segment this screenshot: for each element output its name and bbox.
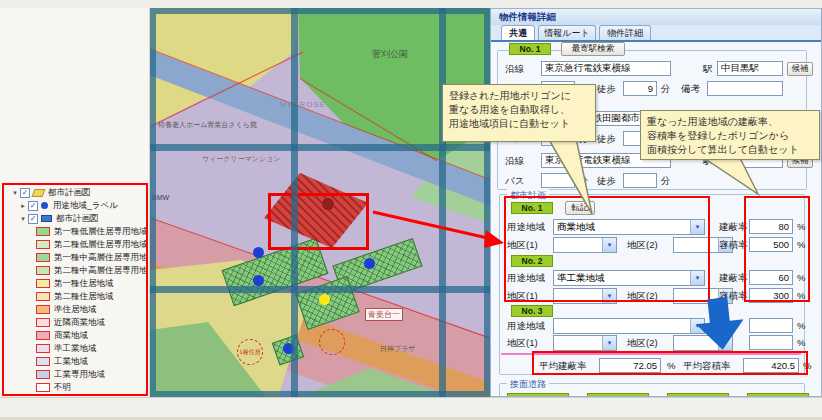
chevron-down-icon: ▼ [602, 289, 616, 303]
legend-item[interactable]: 商業地域 [2, 329, 148, 342]
station-input[interactable] [717, 61, 783, 76]
mesh-grid-line [150, 144, 490, 151]
legend-swatch [36, 279, 50, 288]
label-marker-blue[interactable] [253, 247, 264, 258]
expander-icon[interactable]: ▸ [18, 202, 28, 210]
legend-item[interactable]: 第二種中高層住居専用地域 [2, 264, 148, 277]
tab-common[interactable]: 共通 [501, 25, 535, 41]
avg-yoseki-input[interactable] [743, 358, 799, 373]
chevron-down-icon: ▼ [690, 220, 704, 234]
legend-item[interactable]: 近隣商業地域 [2, 316, 148, 329]
chiku1-select[interactable]: ▼ [553, 288, 617, 304]
legend-item-label: 商業地域 [54, 330, 88, 342]
callout-auto-youto: 登録された用地ポリゴンに 重なる用途を自動取得し、 用途地域項目に自動セット [442, 84, 596, 142]
walk-input[interactable] [623, 81, 657, 96]
youto-select[interactable]: ▼ [553, 318, 705, 334]
chiku2-label: 地区(2) [627, 239, 658, 252]
property-detail-panel: 物件情報詳細 共通 情報ルート 物件詳細 No. 1 最寄駅検索 沿線 駅 候補… [490, 8, 822, 397]
cityplan-no-chip: No. 3 [511, 305, 553, 317]
legend-item-label: 第二種住居地域 [54, 291, 114, 303]
youto-label: 用途地域 [507, 221, 545, 234]
expander-icon[interactable]: ▾ [10, 189, 20, 197]
kenpei-input[interactable] [749, 270, 793, 285]
youto-select[interactable]: 商業地域▼ [553, 219, 705, 235]
tree-label-layer-label[interactable]: 用途地域_ラベル [53, 200, 118, 212]
legend-swatch [36, 331, 50, 340]
youto-select[interactable]: 準工業地域▼ [553, 270, 705, 286]
remark-input[interactable] [707, 81, 783, 96]
legend-item[interactable]: 第一種中高層住居専用地域 [2, 251, 148, 264]
mesh-grid-line [439, 8, 446, 397]
layer-tree: ▾ ✓ 都市計画図 ▸ ✓ 用途地域_ラベル ▾ ✓ 都市計画図 第一種低層住居… [2, 186, 148, 394]
checkbox-root[interactable]: ✓ [20, 188, 30, 198]
legend-item[interactable]: 工業地域 [2, 355, 148, 368]
min-label: 分 [661, 175, 671, 188]
min-label: 分 [661, 83, 671, 96]
legend-item[interactable]: 準住居地域 [2, 303, 148, 316]
legend-item-label: 第一種住居地域 [54, 278, 114, 290]
kenpei-input[interactable] [749, 318, 793, 333]
candidate-button[interactable]: 候補 [787, 62, 813, 76]
legend-item[interactable]: 工業専用地域 [2, 368, 148, 381]
legend-item-label: 準工業地域 [54, 343, 97, 355]
yoseki-input[interactable] [749, 335, 793, 350]
tree-node-subroot[interactable]: ▾ ✓ 都市計画図 [2, 212, 148, 225]
tree-node-root[interactable]: ▾ ✓ 都市計画図 [2, 186, 148, 199]
chiku1-select[interactable]: ▼ [553, 335, 617, 351]
line-label: 沿線 [505, 155, 524, 168]
legend-item[interactable]: 第二種住居地域 [2, 290, 148, 303]
map-label: ウィークリーマンション [202, 154, 280, 164]
station-no-chip: No. 1 [509, 43, 551, 55]
chiku1-select[interactable]: ▼ [553, 237, 617, 253]
checkbox-label-layer[interactable]: ✓ [28, 201, 38, 211]
tree-node-label-layer[interactable]: ▸ ✓ 用途地域_ラベル [2, 199, 148, 212]
walk-input[interactable] [623, 173, 657, 188]
label-marker-yellow[interactable] [319, 294, 330, 305]
legend-item[interactable]: 第二種低層住居専用地域 [2, 238, 148, 251]
status-bar [0, 397, 822, 420]
label-marker-blue[interactable] [253, 275, 264, 286]
legend-swatch [36, 383, 50, 392]
legend-item-label: 不明 [54, 382, 71, 394]
bus-label: バス [505, 175, 524, 188]
bus-input[interactable] [541, 173, 575, 188]
legend-item-label: 工業地域 [54, 356, 88, 368]
legend-item[interactable]: 第一種住居地域 [2, 277, 148, 290]
yoseki-input[interactable] [749, 237, 793, 252]
avg-kenpei-input[interactable] [599, 358, 661, 373]
tree-subroot-label[interactable]: 都市計画図 [56, 213, 99, 225]
tree-root-label[interactable]: 都市計画図 [48, 187, 91, 199]
point-layer-icon [41, 202, 48, 209]
line-input[interactable] [541, 61, 671, 76]
percent-label: % [797, 337, 805, 348]
chiku2-label: 地区(2) [627, 337, 658, 350]
kenpei-input[interactable] [749, 219, 793, 234]
legend-swatch [36, 240, 50, 249]
tab-info-route[interactable]: 情報ルート [538, 25, 596, 41]
legend-item-label: 第二種低層住居専用地域 [54, 239, 148, 251]
yoseki-input[interactable] [749, 288, 793, 303]
chevron-down-icon: ▼ [602, 238, 616, 252]
chiku1-label: 地区(1) [507, 290, 538, 303]
map-label: 日神プラザ [380, 344, 416, 354]
percent-label: % [797, 272, 805, 283]
legend-item-label: 第二種中高層住居専用地域 [54, 265, 148, 277]
legend-item[interactable]: 不明 [2, 381, 148, 394]
legend-item[interactable]: 準工業地域 [2, 342, 148, 355]
legend-swatch [36, 318, 50, 327]
map-canvas[interactable]: 1種住居 菅刈公園 MELROSE 特養老人ホーム青葉台さくら苑 ウィークリーマ… [150, 8, 490, 397]
checkbox-subroot[interactable]: ✓ [28, 214, 38, 224]
transfer-button[interactable]: 転記 [565, 201, 595, 215]
legend-item-label: 近隣商業地域 [54, 317, 105, 329]
label-marker-blue[interactable] [364, 258, 375, 269]
nearest-station-search-button[interactable]: 最寄駅検索 [561, 42, 625, 56]
tab-property-detail[interactable]: 物件詳細 [599, 25, 651, 41]
min-label: 分 [579, 175, 589, 188]
label-marker-red[interactable] [322, 198, 334, 210]
callout-auto-rates: 重なった用途地域の建蔽率、 容積率を登録したポリゴンから 面積按分して算出して自… [640, 110, 820, 160]
youto-label: 用途地域 [507, 320, 545, 333]
cityplan-no-chip: No. 1 [511, 202, 553, 214]
expander-icon[interactable]: ▾ [18, 215, 28, 223]
legend-item[interactable]: 第一種低層住居専用地域 [2, 225, 148, 238]
mesh-grid-line [291, 8, 298, 397]
